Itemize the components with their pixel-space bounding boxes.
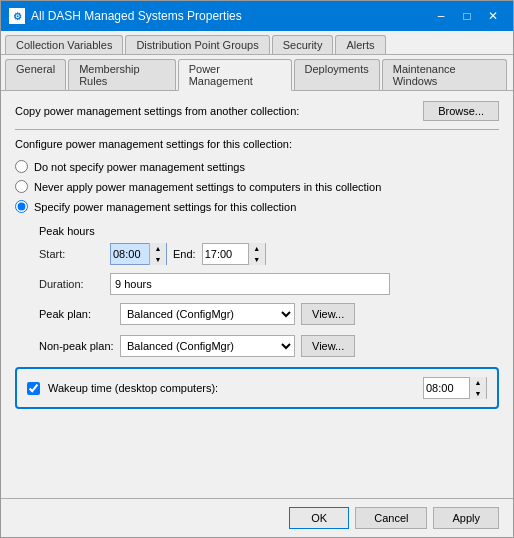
minimize-button[interactable]: – <box>429 6 453 26</box>
radio-item-2[interactable]: Never apply power management settings to… <box>15 180 499 193</box>
radio-never-apply[interactable] <box>15 180 28 193</box>
window-icon: ⚙ <box>9 8 25 24</box>
tab-alerts[interactable]: Alerts <box>335 35 385 54</box>
radio-item-3[interactable]: Specify power management settings for th… <box>15 200 499 213</box>
tab-power-management[interactable]: Power Management <box>178 59 292 91</box>
start-spin[interactable]: ▲ ▼ <box>110 243 167 265</box>
peak-plan-view-button[interactable]: View... <box>301 303 355 325</box>
maximize-button[interactable]: □ <box>455 6 479 26</box>
start-input[interactable] <box>111 244 149 264</box>
end-spin-up[interactable]: ▲ <box>249 243 265 254</box>
end-spin-down[interactable]: ▼ <box>249 254 265 265</box>
wakeup-checkbox[interactable] <box>27 382 40 395</box>
browse-row: Copy power management settings from anot… <box>15 101 499 121</box>
radio-label-1: Do not specify power management settings <box>34 161 245 173</box>
duration-label: Duration: <box>39 278 104 290</box>
end-input[interactable] <box>203 244 248 264</box>
main-window: ⚙ All DASH Managed Systems Properties – … <box>0 0 514 538</box>
peak-title: Peak hours <box>39 225 499 237</box>
title-bar-controls: – □ ✕ <box>429 6 505 26</box>
non-peak-plan-select[interactable]: Balanced (ConfigMgr) High Performance (C… <box>120 335 295 357</box>
duration-row: Duration: <box>39 273 499 295</box>
end-spin[interactable]: ▲ ▼ <box>202 243 266 265</box>
separator-1 <box>15 129 499 130</box>
end-label: End: <box>173 248 196 260</box>
peak-section: Peak hours Start: ▲ ▼ End: ▲ ▼ <box>39 225 499 357</box>
window-title: All DASH Managed Systems Properties <box>31 9 429 23</box>
tab-distribution-point-groups[interactable]: Distribution Point Groups <box>125 35 269 54</box>
radio-do-not-specify[interactable] <box>15 160 28 173</box>
end-spin-buttons: ▲ ▼ <box>248 243 265 265</box>
close-button[interactable]: ✕ <box>481 6 505 26</box>
start-spin-buttons: ▲ ▼ <box>149 243 166 265</box>
wakeup-label: Wakeup time (desktop computers): <box>48 382 415 394</box>
title-bar: ⚙ All DASH Managed Systems Properties – … <box>1 1 513 31</box>
tab-maintenance-windows[interactable]: Maintenance Windows <box>382 59 507 90</box>
radio-group: Do not specify power management settings… <box>15 160 499 213</box>
peak-plan-wrap: Balanced (ConfigMgr) High Performance (C… <box>120 303 355 325</box>
footer: OK Cancel Apply <box>1 498 513 537</box>
non-peak-plan-row: Non-peak plan: Balanced (ConfigMgr) High… <box>39 335 499 357</box>
non-peak-plan-wrap: Balanced (ConfigMgr) High Performance (C… <box>120 335 355 357</box>
peak-plan-label: Peak plan: <box>39 308 114 320</box>
configure-label: Configure power management settings for … <box>15 138 499 150</box>
apply-button[interactable]: Apply <box>433 507 499 529</box>
peak-plan-row: Peak plan: Balanced (ConfigMgr) High Per… <box>39 303 499 325</box>
start-spin-down[interactable]: ▼ <box>150 254 166 265</box>
tab-collection-variables[interactable]: Collection Variables <box>5 35 123 54</box>
non-peak-plan-label: Non-peak plan: <box>39 340 114 352</box>
radio-specify[interactable] <box>15 200 28 213</box>
radio-item-1[interactable]: Do not specify power management settings <box>15 160 499 173</box>
radio-label-3: Specify power management settings for th… <box>34 201 296 213</box>
wakeup-spin[interactable]: ▲ ▼ <box>423 377 487 399</box>
start-spin-up[interactable]: ▲ <box>150 243 166 254</box>
tab-deployments[interactable]: Deployments <box>294 59 380 90</box>
peak-plan-select[interactable]: Balanced (ConfigMgr) High Performance (C… <box>120 303 295 325</box>
radio-label-2: Never apply power management settings to… <box>34 181 381 193</box>
browse-button[interactable]: Browse... <box>423 101 499 121</box>
wakeup-spin-up[interactable]: ▲ <box>470 377 486 388</box>
start-end-row: Start: ▲ ▼ End: ▲ ▼ <box>39 243 499 265</box>
wakeup-spin-down[interactable]: ▼ <box>470 388 486 399</box>
tab-general[interactable]: General <box>5 59 66 90</box>
non-peak-plan-view-button[interactable]: View... <box>301 335 355 357</box>
wakeup-input[interactable] <box>424 378 469 398</box>
tab-membership-rules[interactable]: Membership Rules <box>68 59 176 90</box>
ok-button[interactable]: OK <box>289 507 349 529</box>
tab-row-2: General Membership Rules Power Managemen… <box>1 55 513 91</box>
wakeup-spin-buttons: ▲ ▼ <box>469 377 486 399</box>
start-label: Start: <box>39 248 104 260</box>
wakeup-row: Wakeup time (desktop computers): ▲ ▼ <box>15 367 499 409</box>
tab-security[interactable]: Security <box>272 35 334 54</box>
content-area: Copy power management settings from anot… <box>1 91 513 498</box>
tab-row-1: Collection Variables Distribution Point … <box>1 31 513 55</box>
cancel-button[interactable]: Cancel <box>355 507 427 529</box>
browse-label: Copy power management settings from anot… <box>15 105 423 117</box>
duration-input[interactable] <box>110 273 390 295</box>
